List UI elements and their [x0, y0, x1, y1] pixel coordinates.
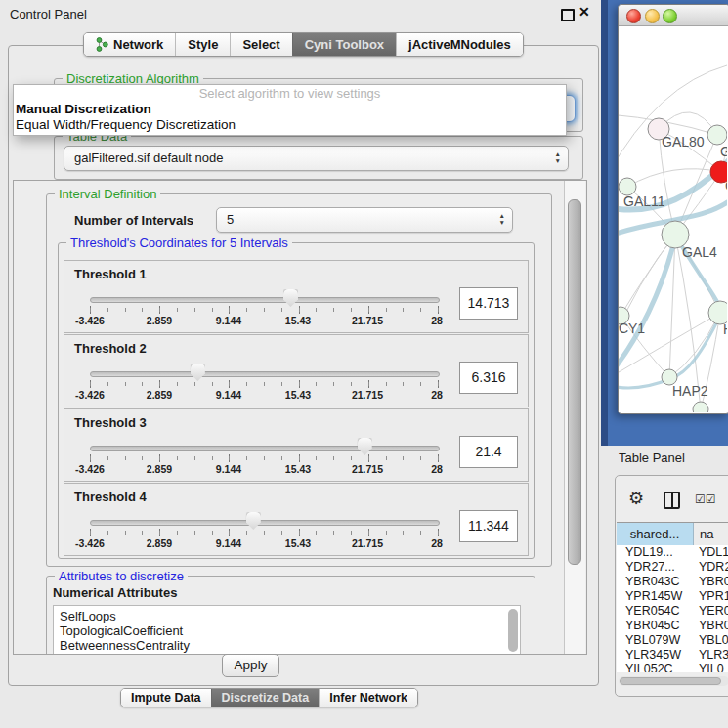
- network-window-titlebar[interactable]: [619, 5, 728, 26]
- table-panel: ⚙ ☑☑ shared... na YDL19...YDL1 YDR27...Y…: [615, 475, 728, 697]
- tab-cyni-toolbox-label: Cyni Toolbox: [305, 37, 384, 52]
- table-header-row: shared... na: [617, 522, 728, 546]
- tick-label: 15.43: [269, 537, 327, 549]
- cell[interactable]: YER0: [693, 604, 728, 619]
- list-scrollbar[interactable]: [508, 609, 518, 652]
- cell[interactable]: YDL1: [693, 545, 728, 560]
- cell[interactable]: YDR2: [693, 560, 728, 575]
- list-item-topologicalcoefficient[interactable]: TopologicalCoefficient: [54, 623, 520, 638]
- horizontal-scrollbar[interactable]: [619, 676, 728, 686]
- table-row[interactable]: YER054CYER0: [617, 604, 728, 619]
- tab-select[interactable]: Select: [230, 33, 291, 56]
- slider-track[interactable]: [90, 446, 440, 451]
- table-rows: YDL19...YDL1 YDR27...YDR2 YBR043CYBR0 YP…: [617, 545, 728, 672]
- tab-jactivemnodules[interactable]: jActiveMNodules: [396, 33, 523, 56]
- algorithm-popup: Select algorithm to view settings Manual…: [13, 84, 567, 136]
- combo-stepper-icon[interactable]: ▲ ▼: [499, 212, 505, 226]
- scrollbar-thumb[interactable]: [568, 199, 581, 565]
- cell[interactable]: YPR1: [693, 589, 728, 604]
- table-row[interactable]: YIL052CYIL0: [617, 663, 728, 672]
- tab-cyni-toolbox[interactable]: Cyni Toolbox: [292, 33, 396, 56]
- slider-thumb[interactable]: [246, 512, 261, 530]
- cell[interactable]: YBR0: [693, 575, 728, 589]
- tick-label: 28: [407, 389, 466, 401]
- node-green-top-right[interactable]: [707, 125, 727, 145]
- tick-label: 15.43: [269, 315, 327, 326]
- cell[interactable]: YBR043C: [617, 575, 693, 589]
- table-row[interactable]: YPR145WYPR1: [617, 589, 728, 604]
- cell[interactable]: YDR27...: [617, 560, 693, 575]
- tab-style[interactable]: Style: [175, 33, 230, 56]
- apply-button[interactable]: Apply: [222, 654, 279, 677]
- tab-impute-data[interactable]: Impute Data: [121, 689, 211, 707]
- close-window-button[interactable]: [626, 9, 641, 23]
- float-panel-icon[interactable]: [561, 9, 575, 21]
- popup-item-manual-discretization[interactable]: Manual Discretization: [14, 102, 566, 117]
- column-header-shared-name[interactable]: shared...: [617, 523, 694, 545]
- zoom-window-button[interactable]: [663, 9, 677, 23]
- num-intervals-combo[interactable]: 5 ▲ ▼: [216, 207, 513, 233]
- table-row[interactable]: YLR345WYLR3: [617, 648, 728, 663]
- tab-select-label: Select: [242, 37, 279, 52]
- cell[interactable]: YIL0: [693, 663, 724, 672]
- tick-label: 9.144: [199, 537, 258, 549]
- slider-track[interactable]: [90, 520, 440, 526]
- slider-thumb[interactable]: [283, 289, 298, 307]
- list-item-betweennesscentrality[interactable]: BetweennessCentrality: [54, 638, 520, 653]
- slider-track[interactable]: [90, 297, 440, 303]
- tick-label: 2.859: [130, 315, 189, 326]
- table-row[interactable]: YDR27...YDR2: [617, 560, 728, 575]
- tab-network[interactable]: Network: [84, 33, 175, 56]
- cell[interactable]: YBR045C: [617, 619, 693, 633]
- minimize-window-button[interactable]: [645, 9, 660, 23]
- table-data-combo[interactable]: galFiltered.sif default node ▲ ▼: [64, 146, 569, 171]
- cell[interactable]: YLR3: [693, 648, 728, 663]
- cyni-mode-tabs: Impute Data Discretize Data Infer Networ…: [120, 688, 418, 707]
- threshold-2-panel: Threshold 2 -3.426 2.859 9.144 15.43 21.…: [64, 334, 529, 407]
- network-icon: [96, 37, 108, 52]
- node-label-gcy1: GCY1: [619, 321, 645, 336]
- network-canvas[interactable]: GAL80 GA C GAL11 GAL4 GCY1 H HAP2: [619, 26, 727, 412]
- tab-discretize-data[interactable]: Discretize Data: [211, 689, 320, 707]
- cell[interactable]: YBR0: [693, 619, 728, 633]
- slider-thumb[interactable]: [191, 364, 205, 381]
- cell[interactable]: YIL052C: [617, 663, 693, 672]
- tick-label: 2.859: [130, 463, 189, 475]
- cell[interactable]: YLR345W: [617, 648, 693, 663]
- tick-label: 2.859: [130, 537, 189, 549]
- columns-icon[interactable]: [664, 492, 680, 509]
- cell[interactable]: YBL079W: [617, 633, 693, 648]
- list-item-selfloops[interactable]: SelfLoops: [54, 606, 520, 623]
- tab-impute-data-label: Impute Data: [131, 691, 201, 705]
- table-row[interactable]: YDL19...YDL1: [617, 545, 728, 560]
- node-bottom[interactable]: [693, 402, 708, 412]
- cell[interactable]: YER054C: [617, 604, 693, 619]
- cell[interactable]: YBL0: [693, 633, 728, 648]
- cell[interactable]: YDL19...: [617, 545, 693, 560]
- gear-icon[interactable]: ⚙: [628, 488, 644, 509]
- threshold-4-value[interactable]: 11.344: [459, 510, 518, 542]
- numerical-attributes-label: Numerical Attributes: [53, 585, 177, 600]
- threshold-3-value[interactable]: 21.4: [459, 436, 518, 468]
- thresholds-group-title: Threshold's Coordinates for 5 Intervals: [66, 236, 292, 250]
- cell[interactable]: YPR145W: [617, 589, 693, 604]
- column-header-name[interactable]: na: [694, 523, 728, 545]
- select-columns-icon[interactable]: ☑☑: [695, 492, 716, 506]
- tab-network-label: Network: [113, 37, 163, 52]
- slider-track[interactable]: [90, 371, 440, 377]
- interval-definition-title: Interval Definition: [55, 187, 160, 201]
- tick-label: 9.144: [199, 389, 258, 401]
- popup-item-equal-width[interactable]: Equal Width/Frequency Discretization: [14, 117, 566, 133]
- threshold-1-value[interactable]: 14.713: [459, 287, 518, 320]
- close-panel-icon[interactable]: ✕: [578, 4, 590, 20]
- slider-thumb[interactable]: [358, 438, 372, 455]
- tick-label: -3.426: [61, 537, 119, 549]
- table-row[interactable]: YBL079WYBL0: [617, 633, 728, 648]
- table-row[interactable]: YBR043CYBR0: [617, 575, 728, 589]
- combo-stepper-icon[interactable]: ▲ ▼: [555, 150, 561, 164]
- tab-infer-network[interactable]: Infer Network: [319, 689, 417, 707]
- horizontal-scrollbar-thumb[interactable]: [620, 677, 721, 685]
- table-row[interactable]: YBR045CYBR0: [617, 619, 728, 633]
- tick-label: 9.144: [199, 315, 258, 326]
- threshold-2-value[interactable]: 6.316: [459, 362, 518, 394]
